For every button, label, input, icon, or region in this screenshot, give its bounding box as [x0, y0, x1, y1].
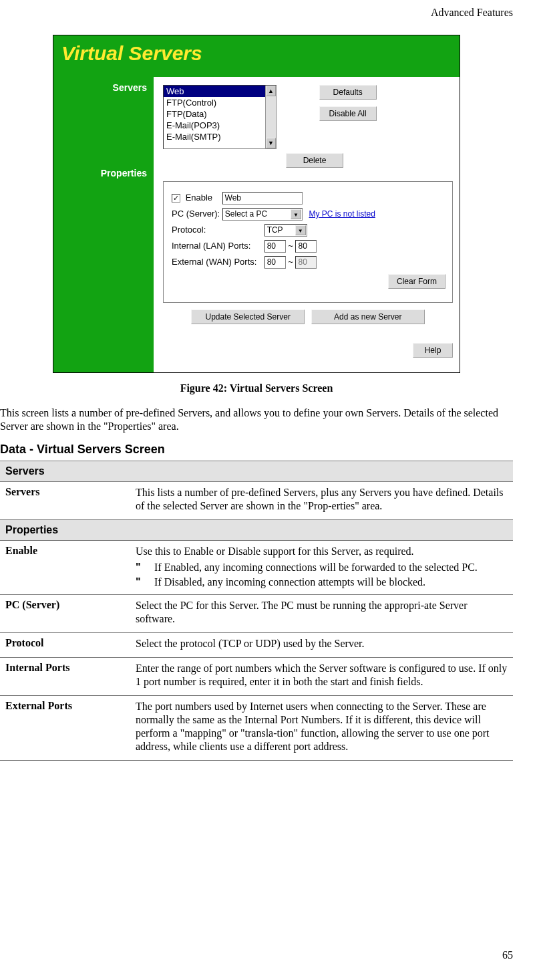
row-key-protocol: Protocol — [0, 633, 130, 658]
server-option[interactable]: FTP(Control) — [164, 97, 276, 108]
listbox-scrollbar[interactable]: ▲ ▼ — [265, 86, 276, 148]
row-key-external: External Ports — [0, 696, 130, 761]
left-label-servers: Servers — [53, 82, 147, 93]
bullet-text: If Disabled, any incoming connection att… — [154, 576, 508, 589]
table-section-servers: Servers — [0, 461, 513, 482]
pc-label: PC (Server): — [172, 209, 220, 219]
my-pc-not-listed-link[interactable]: My PC is not listed — [309, 209, 375, 219]
lan-port-to-input[interactable]: 80 — [295, 240, 317, 253]
server-name-input[interactable]: Web — [222, 192, 303, 205]
row-text-enable-lead: Use this to Enable or Disable support fo… — [136, 545, 508, 558]
wan-ports-label: External (WAN) Ports: — [172, 257, 262, 267]
enable-checkbox[interactable]: ✓ — [172, 194, 180, 203]
pc-select[interactable]: Select a PC — [222, 208, 303, 221]
server-option[interactable]: E-Mail(SMTP) — [164, 131, 276, 142]
defaults-button[interactable]: Defaults — [319, 85, 377, 100]
section-heading: Data - Virtual Servers Screen — [0, 443, 513, 457]
row-key-servers: Servers — [0, 482, 130, 520]
figure-wrapper: Virtual Servers Servers Properties Web F… — [0, 35, 513, 394]
row-text-pc: Select the PC for this Server. The PC mu… — [136, 599, 508, 626]
server-option[interactable]: E-Mail(POP3) — [164, 120, 276, 131]
bullet-text: If Enabled, any incoming connections wil… — [154, 561, 508, 574]
intro-paragraph: This screen lists a number of pre-define… — [0, 406, 513, 433]
data-table: Servers Servers This lists a number of p… — [0, 461, 513, 761]
help-button[interactable]: Help — [413, 343, 453, 358]
protocol-select[interactable]: TCP — [264, 224, 307, 237]
left-label-properties: Properties — [53, 168, 147, 178]
row-text-protocol: Select the protocol (TCP or UDP) used by… — [136, 637, 508, 650]
clear-form-button[interactable]: Clear Form — [388, 274, 446, 289]
tilde-separator: ~ — [288, 241, 293, 251]
server-option[interactable]: FTP(Data) — [164, 108, 276, 120]
wan-port-to-input: 80 — [295, 256, 317, 269]
screenshot-title: Virtual Servers — [61, 42, 202, 64]
table-section-properties: Properties — [0, 520, 513, 541]
bullet-marker: " — [136, 561, 154, 574]
page-number: 65 — [502, 949, 513, 961]
screenshot-banner: Virtual Servers — [53, 35, 460, 77]
disable-all-button[interactable]: Disable All — [319, 106, 377, 121]
update-selected-server-button[interactable]: Update Selected Server — [191, 310, 305, 324]
row-text-servers: This lists a number of pre-defined Serve… — [136, 486, 508, 513]
wan-port-from-input[interactable]: 80 — [264, 256, 286, 269]
protocol-label: Protocol: — [172, 225, 262, 235]
enable-label: Enable — [186, 193, 212, 203]
scroll-up-icon[interactable]: ▲ — [266, 86, 276, 96]
lan-ports-label: Internal (LAN) Ports: — [172, 241, 262, 251]
delete-button[interactable]: Delete — [286, 153, 343, 168]
scroll-down-icon[interactable]: ▼ — [266, 138, 276, 148]
bullet-marker: " — [136, 576, 154, 589]
figure-caption: Figure 42: Virtual Servers Screen — [0, 382, 513, 394]
running-head: Advanced Features — [0, 7, 513, 19]
add-as-new-server-button[interactable]: Add as new Server — [311, 310, 425, 324]
row-key-enable: Enable — [0, 541, 130, 595]
row-text-internal: Enter the range of port numbers which th… — [136, 662, 508, 689]
row-key-pc: PC (Server) — [0, 595, 130, 633]
row-key-internal: Internal Ports — [0, 658, 130, 696]
tilde-separator: ~ — [288, 257, 293, 267]
servers-listbox[interactable]: Web FTP(Control) FTP(Data) E-Mail(POP3) … — [163, 85, 277, 149]
row-text-external: The port numbers used by Internet users … — [136, 700, 508, 753]
server-option[interactable]: Web — [164, 86, 276, 97]
screenshot-virtual-servers: Virtual Servers Servers Properties Web F… — [53, 35, 460, 373]
lan-port-from-input[interactable]: 80 — [264, 240, 286, 253]
properties-panel: ✓ Enable Web PC (Server): Select a PC My… — [163, 181, 453, 303]
